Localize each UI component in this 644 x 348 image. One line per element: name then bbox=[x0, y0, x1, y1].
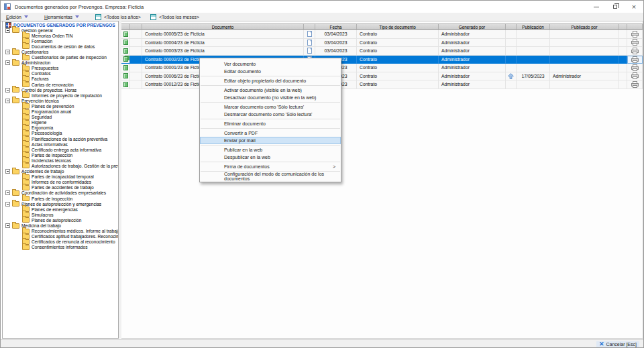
tree-item[interactable]: Actas informativas bbox=[3, 141, 118, 147]
tree-item[interactable]: Certificados de renuncia al reconocimien… bbox=[3, 239, 118, 245]
menu-item-firma-de-documentos[interactable]: Firma de documentos> bbox=[200, 163, 341, 170]
tree-item[interactable]: Planes de emergencias bbox=[3, 207, 118, 212]
tree-item[interactable]: Medicina del trabajo bbox=[3, 223, 118, 228]
table-row[interactable]: Contrato 00003/23 de Ficticia03/04/2023C… bbox=[121, 47, 643, 56]
collapse-icon[interactable] bbox=[5, 28, 10, 33]
cell-print[interactable] bbox=[627, 56, 643, 64]
tree-item[interactable]: Administracion bbox=[3, 60, 118, 66]
tree-item[interactable]: Informes de proyecto de imputación bbox=[3, 93, 118, 98]
printer-icon[interactable] bbox=[631, 64, 639, 71]
menu-item-desmarcar-documento-como-sólo-lectura[interactable]: Desmarcar documento como 'Sólo lectura' bbox=[200, 111, 341, 118]
printer-icon[interactable] bbox=[631, 31, 639, 38]
tree-item[interactable]: Coordinación de actividades empresariale… bbox=[3, 190, 118, 196]
tree-item[interactable]: Partes de accidentes de trabajo bbox=[3, 185, 118, 190]
menu-item-enviar-por-mail[interactable]: Enviar por mail bbox=[200, 137, 341, 144]
tree-item[interactable]: Reconocimientos médicos. Informe al trab… bbox=[3, 229, 118, 234]
menu-edicion[interactable]: Edición bbox=[6, 15, 28, 19]
cell-print[interactable] bbox=[627, 30, 643, 39]
printer-icon[interactable] bbox=[631, 72, 639, 79]
table-row[interactable]: Contrato 00005/23 de Ficticia03/04/2023C… bbox=[121, 30, 643, 39]
tree-item[interactable]: Autorizaciones de trabajo. Gestión de la… bbox=[3, 163, 118, 168]
tree-item[interactable]: Simulacros bbox=[3, 212, 118, 217]
menu-item-publicar-en-la-web[interactable]: Publicar en la web bbox=[200, 146, 341, 154]
collapse-icon[interactable] bbox=[5, 190, 10, 195]
menu-herramientas[interactable]: Herramientas bbox=[44, 15, 79, 19]
collapse-icon[interactable] bbox=[5, 202, 10, 207]
tree-item[interactable]: Consentimientos informados bbox=[3, 245, 118, 250]
cell-print[interactable] bbox=[627, 80, 643, 89]
collapse-icon[interactable] bbox=[5, 169, 10, 174]
tree-item[interactable]: Formación bbox=[3, 38, 118, 44]
collapse-icon[interactable] bbox=[5, 223, 10, 228]
cell-print[interactable] bbox=[627, 47, 643, 56]
tree-item[interactable]: Programación anual bbox=[3, 109, 118, 115]
tree-item[interactable]: Cuestionarios bbox=[3, 49, 118, 54]
collapse-icon[interactable] bbox=[5, 60, 10, 65]
filter-years[interactable]: <Todos los años> bbox=[95, 14, 141, 20]
tree-item[interactable]: Certificados aptitud trabajadores. Recon… bbox=[3, 234, 118, 239]
menu-item-configuración-del-modo-de-comunicación-d[interactable]: Configuración del modo de comunicación d… bbox=[200, 172, 341, 180]
filter-months[interactable]: <Todos los meses> bbox=[150, 14, 199, 20]
tree-item[interactable]: Memorias Orden TIN bbox=[3, 33, 118, 38]
tree-item[interactable]: Documentos de cesión de datos bbox=[3, 44, 118, 49]
collapse-icon[interactable] bbox=[5, 99, 10, 103]
menu-item-eliminar-documento[interactable]: Eliminar documento bbox=[200, 120, 341, 127]
printer-icon[interactable] bbox=[631, 39, 639, 46]
tree-item[interactable]: Facturas bbox=[3, 76, 118, 82]
tree-item[interactable]: Partes de inspección bbox=[3, 196, 118, 201]
table-row[interactable]: Contrato 00004/23 de Ficticia03/04/2023C… bbox=[121, 39, 643, 48]
tree-item[interactable]: Partes de incapacidad temporal bbox=[3, 174, 118, 180]
column-header-fecha[interactable]: Fecha bbox=[315, 23, 357, 30]
menu-item-marcar-documento-como-sólo-lectura[interactable]: Marcar documento como 'Sólo lectura' bbox=[200, 103, 341, 111]
tree-item[interactable]: Psicosociologia bbox=[3, 131, 118, 136]
tree-item[interactable]: Prevención técnica bbox=[3, 98, 118, 103]
column-header[interactable] bbox=[304, 23, 315, 30]
tree-item[interactable]: Contratos bbox=[3, 71, 118, 76]
collapse-icon[interactable] bbox=[5, 88, 10, 93]
close-button[interactable]: × bbox=[625, 1, 643, 13]
column-header-tipo-de-documento[interactable]: Tipo de documento bbox=[357, 23, 439, 30]
tree-item[interactable]: Cuestionarios de partes de inspección bbox=[3, 55, 118, 60]
tree-item[interactable]: Partes de inspección bbox=[3, 152, 118, 158]
tree-item[interactable]: Seguridad bbox=[3, 115, 118, 120]
tree-item[interactable]: Informes de no conformidades bbox=[3, 180, 118, 185]
menu-item-despublicar-en-la-web[interactable]: Despublicar en la web bbox=[200, 154, 341, 161]
tree-item[interactable]: Accidentes de trabajo bbox=[3, 169, 118, 174]
tree-item[interactable]: Certificado entrega acta informativa bbox=[3, 147, 118, 152]
menu-item-convertir-a-pdf[interactable]: Convertir a PDF bbox=[200, 129, 341, 137]
cell-print[interactable] bbox=[627, 39, 643, 48]
column-header[interactable] bbox=[627, 23, 643, 30]
menu-item-ver-documento[interactable]: Ver documento bbox=[200, 60, 341, 68]
column-header-publicado-por[interactable]: Publicado por bbox=[550, 23, 619, 30]
tree-item[interactable]: Cartas de renovación bbox=[3, 82, 118, 87]
column-header[interactable] bbox=[130, 23, 142, 30]
tree-item[interactable]: Planes de autoprotección y emergencias bbox=[3, 201, 118, 207]
tree-item[interactable]: Presupuestos bbox=[3, 66, 118, 71]
cell-print[interactable] bbox=[627, 64, 643, 72]
menu-item-activar-documento-visible-en-la-web[interactable]: Activar documento (visible en la web) bbox=[200, 86, 341, 94]
tree-item[interactable]: Ergonomía bbox=[3, 125, 118, 131]
menu-item-editar-documento[interactable]: Editar documento bbox=[200, 68, 341, 75]
minimize-button[interactable] bbox=[587, 1, 606, 13]
menu-item-desactivar-documento-no-visible-en-la-we[interactable]: Desactivar documento (no visible en la w… bbox=[200, 94, 341, 101]
printer-icon[interactable] bbox=[631, 48, 639, 54]
printer-icon[interactable] bbox=[631, 56, 639, 63]
cancel-button[interactable]: ✕ Cancelar [Esc] bbox=[596, 341, 639, 347]
column-header[interactable] bbox=[121, 23, 130, 30]
restore-button[interactable] bbox=[606, 1, 625, 13]
column-header-publicaci-n[interactable]: Publicación bbox=[517, 23, 550, 30]
column-header[interactable] bbox=[506, 23, 517, 30]
tree-root[interactable]: DOCUMENTOS GENERADOS POR PREVENGOS bbox=[3, 22, 118, 27]
tree-item[interactable]: Control de proyectos. Horas bbox=[3, 87, 118, 93]
column-header-generado-por[interactable]: Generado por bbox=[439, 23, 506, 30]
tree-item[interactable]: Incidencias técnicas bbox=[3, 158, 118, 163]
menu-item-editar-objeto-propietario-del-documento[interactable]: Editar objeto propietario del documento bbox=[200, 77, 341, 84]
printer-icon[interactable] bbox=[631, 81, 639, 88]
collapse-icon[interactable] bbox=[5, 50, 10, 54]
column-header[interactable] bbox=[619, 23, 627, 30]
tree-item[interactable]: Planificaciones de la acción preventiva bbox=[3, 136, 118, 141]
tree-item[interactable]: Gestión general bbox=[3, 27, 118, 33]
tree-item[interactable]: Higiene bbox=[3, 120, 118, 125]
column-header-documento[interactable]: Documento bbox=[142, 23, 304, 30]
tree-item[interactable]: Planes de prevención bbox=[3, 103, 118, 109]
